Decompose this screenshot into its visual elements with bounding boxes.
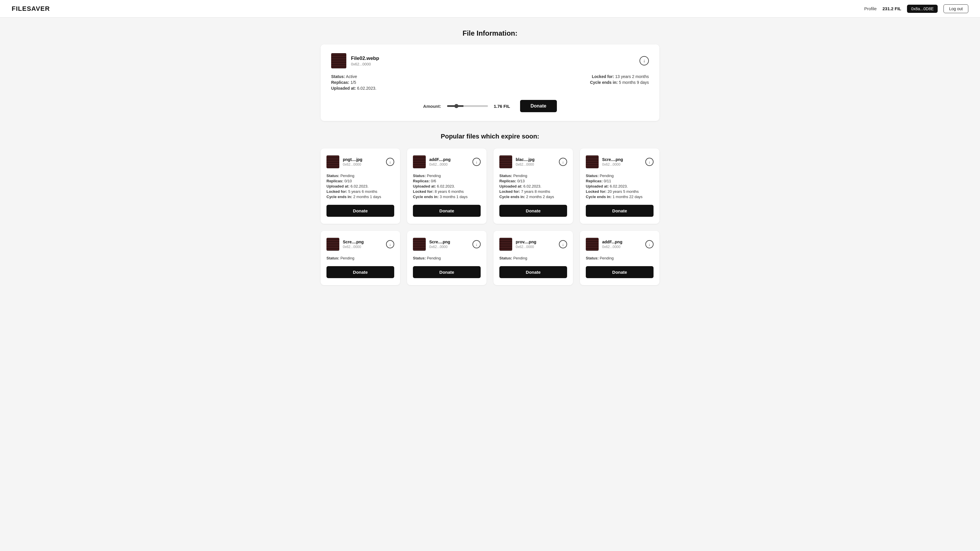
card-thumbnail (326, 155, 339, 168)
nav-right: Profile 231.2 FIL 0x8a...0D8E Log out (864, 5, 968, 13)
profile-link[interactable]: Profile (864, 6, 877, 11)
card-status-row: Status: Pending (413, 174, 480, 178)
card-locked-row: Locked for: 8 years 6 months (413, 190, 480, 194)
locked-row: Locked for: 13 years 2 months (590, 74, 649, 79)
card-donate-button[interactable]: Donate (586, 266, 654, 278)
status-row: Status: Active (331, 74, 376, 79)
card-cycle-row: Cycle ends in: 2 months 2 days (500, 194, 567, 199)
card-hash: 0x62...0000 (429, 162, 450, 167)
file-card: blac....jpg 0x62...0000 ↓ Status: Pendin… (493, 148, 573, 224)
card-name-group: blac....jpg 0x62...0000 (516, 157, 535, 167)
card-status-row: Status: Pending (586, 256, 654, 260)
card-header-left: prov....png 0x62...0000 (500, 238, 536, 251)
file-name: File02.webp (351, 56, 379, 61)
card-cycle-row: Cycle ends in: 2 months 1 days (326, 194, 394, 199)
file-meta-left: Status: Active Replicas: 1/5 Uploaded at… (331, 74, 376, 92)
card-filename: blac....jpg (516, 157, 535, 162)
card-status-row: Status: Pending (500, 256, 567, 260)
card-filename: Scre....png (429, 240, 450, 244)
main-donate-button[interactable]: Donate (520, 100, 557, 112)
status-label: Status: (331, 74, 345, 79)
card-header: Scre....png 0x62...0000 ↓ (413, 238, 480, 251)
card-hash: 0x62...0000 (429, 245, 450, 249)
card-download-icon[interactable]: ↓ (473, 158, 480, 166)
card-download-icon[interactable]: ↓ (559, 240, 567, 248)
card-status-row: Status: Pending (500, 174, 567, 178)
popular-files-grid-1: pngt....jpg 0x62...0000 ↓ Status: Pendin… (321, 148, 659, 224)
file-card: Scre....png 0x62...0000 ↓ Status: Pendin… (407, 231, 487, 285)
card-header-left: Scre....png 0x62...0000 (586, 155, 623, 168)
card-header-left: addF...png 0x62...0000 (586, 238, 622, 251)
card-cycle-row: Cycle ends in: 3 months 1 days (413, 194, 480, 199)
file-card: addF...png 0x62...0000 ↓ Status: Pending… (580, 231, 659, 285)
logout-button[interactable]: Log out (943, 5, 968, 13)
card-meta: Status: Pending (326, 256, 394, 260)
card-uploaded-row: Uploaded at: 6.02.2023. (500, 184, 567, 188)
card-uploaded-row: Uploaded at: 6.02.2023. (586, 184, 654, 188)
card-header-left: Scre....png 0x62...0000 (326, 238, 364, 251)
cycle-value: 5 months 9 days (619, 80, 649, 85)
card-header: pngt....jpg 0x62...0000 ↓ (326, 155, 394, 168)
card-donate-button[interactable]: Donate (413, 205, 480, 217)
card-donate-button[interactable]: Donate (413, 266, 480, 278)
card-hash: 0x62...0000 (516, 245, 536, 249)
card-donate-button[interactable]: Donate (586, 205, 654, 217)
file-name-group: File02.webp 0x62...0000 (351, 56, 379, 66)
card-download-icon[interactable]: ↓ (645, 158, 654, 166)
card-download-icon[interactable]: ↓ (645, 240, 654, 248)
file-card: Scre....png 0x62...0000 ↓ Status: Pendin… (580, 148, 659, 224)
file-card: Scre....png 0x62...0000 ↓ Status: Pendin… (321, 231, 400, 285)
card-status-row: Status: Pending (326, 174, 394, 178)
download-icon[interactable]: ↓ (640, 56, 649, 65)
file-card: pngt....jpg 0x62...0000 ↓ Status: Pendin… (321, 148, 400, 224)
popular-title: Popular files which expire soon: (321, 133, 659, 140)
card-uploaded-row: Uploaded at: 6.02.2023. (326, 184, 394, 188)
file-meta: Status: Active Replicas: 1/5 Uploaded at… (331, 74, 649, 92)
amount-slider[interactable] (447, 105, 488, 107)
card-thumbnail (326, 238, 339, 251)
card-thumbnail (413, 155, 426, 168)
file-hash: 0x62...0000 (351, 62, 379, 66)
card-meta: Status: Pending Replicas: 0/13 Uploaded … (500, 174, 567, 199)
cycle-label: Cycle ends in: (590, 80, 617, 85)
card-download-icon[interactable]: ↓ (386, 240, 394, 248)
card-replicas-row: Replicas: 0/6 (413, 179, 480, 183)
card-hash: 0x62...0000 (343, 162, 363, 167)
replicas-value: 1/5 (350, 80, 356, 85)
card-donate-button[interactable]: Donate (500, 205, 567, 217)
uploaded-row: Uploaded at: 6.02.2023. (331, 86, 376, 91)
card-header: addF...png 0x62...0000 ↓ (586, 238, 654, 251)
card-download-icon[interactable]: ↓ (386, 158, 394, 166)
card-thumbnail (500, 238, 512, 251)
card-filename: addF...png (602, 240, 622, 244)
card-thumbnail (413, 238, 426, 251)
card-thumbnail (500, 155, 512, 168)
card-locked-row: Locked for: 5 years 6 months (326, 190, 394, 194)
card-filename: Scre....png (343, 240, 364, 244)
card-donate-button[interactable]: Donate (326, 266, 394, 278)
replicas-label: Replicas: (331, 80, 349, 85)
card-replicas-row: Replicas: 0/10 (326, 179, 394, 183)
card-donate-button[interactable]: Donate (326, 205, 394, 217)
amount-value: 1.76 FIL (494, 104, 514, 109)
card-meta: Status: Pending Replicas: 0/6 Uploaded a… (413, 174, 480, 199)
card-header: addF....png 0x62...0000 ↓ (413, 155, 480, 168)
card-filename: addF....png (429, 157, 450, 162)
replicas-row: Replicas: 1/5 (331, 80, 376, 85)
card-status-row: Status: Pending (326, 256, 394, 260)
card-meta: Status: Pending (413, 256, 480, 260)
card-filename: pngt....jpg (343, 157, 363, 162)
file-header: File02.webp 0x62...0000 ↓ (331, 53, 649, 68)
card-header: Scre....png 0x62...0000 ↓ (326, 238, 394, 251)
card-name-group: Scre....png 0x62...0000 (429, 240, 450, 249)
card-donate-button[interactable]: Donate (500, 266, 567, 278)
card-download-icon[interactable]: ↓ (559, 158, 567, 166)
card-header-left: blac....jpg 0x62...0000 (500, 155, 535, 168)
cycle-row: Cycle ends in: 5 months 9 days (590, 80, 649, 85)
card-hash: 0x62...0000 (602, 245, 622, 249)
locked-value: 13 years 2 months (615, 74, 649, 79)
card-meta: Status: Pending (586, 256, 654, 260)
card-download-icon[interactable]: ↓ (473, 240, 480, 248)
nav-balance: 231.2 FIL (883, 6, 901, 11)
card-thumbnail (586, 238, 599, 251)
